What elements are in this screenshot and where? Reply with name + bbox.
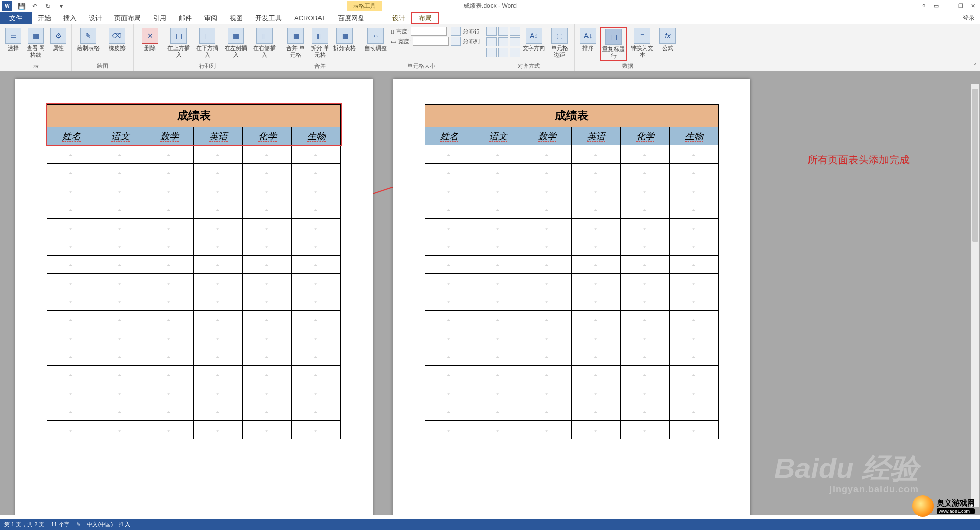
qat-dropdown-icon[interactable]: ▾ (56, 2, 66, 11)
insert-left-button[interactable]: ▥在左侧插入 (223, 27, 249, 59)
watermark: Baidu 经验 jingyan.baidu.com (774, 449, 919, 495)
login-link[interactable]: 登录 (958, 12, 980, 24)
help-icon[interactable]: ? (919, 2, 929, 10)
save-icon[interactable]: 💾 (16, 2, 27, 11)
width-icon: ▭ (391, 38, 396, 45)
tab-table-layout[interactable]: 布局 (411, 12, 439, 24)
status-bar: 第 1 页，共 2 页 11 个字 ✎ 中文(中国) 插入 (0, 519, 980, 530)
insert-right-button[interactable]: ▥在右侧插入 (251, 27, 278, 59)
group-label: 表 (3, 61, 68, 70)
collapse-ribbon-icon[interactable]: ˄ (974, 63, 977, 70)
grades-table-page1[interactable]: 成绩表 姓名 语文 数学 英语 化学 生物 (47, 104, 341, 439)
tab-review[interactable]: 审阅 (198, 12, 224, 24)
page-1: 成绩表 姓名 语文 数学 英语 化学 生物 (15, 79, 373, 515)
close-icon[interactable]: ✕ (968, 2, 978, 10)
restore-icon[interactable]: ❐ (955, 2, 966, 10)
group-table: ▭选择 ▦查看 网格线 ⚙属性 表 (0, 24, 72, 71)
status-words[interactable]: 11 个字 (51, 521, 69, 528)
select-button[interactable]: ▭选择 (3, 27, 23, 59)
group-data: A↓排序 ▤重复标题行 ≡转换为文本 fx公式 数据 (575, 24, 681, 71)
site-name: 奥义游戏网 (937, 498, 975, 507)
tab-references[interactable]: 引用 (147, 12, 173, 24)
width-input[interactable] (413, 37, 449, 46)
vertical-scrollbar[interactable] (971, 84, 979, 507)
table-title: 成绩表 (425, 105, 719, 127)
tab-insert[interactable]: 插入 (57, 12, 83, 24)
spellcheck-icon[interactable]: ✎ (76, 521, 81, 528)
insert-below-button[interactable]: ▤在下方插入 (194, 27, 220, 59)
group-draw: ✎绘制表格 ⌫橡皮擦 绘图 (72, 24, 134, 71)
redo-icon[interactable]: ↻ (43, 2, 53, 11)
ribbon-options-icon[interactable]: ▭ (931, 2, 941, 10)
tab-acrobat[interactable]: ACROBAT (288, 12, 332, 24)
properties-button[interactable]: ⚙属性 (48, 27, 68, 59)
sort-button[interactable]: A↓排序 (578, 27, 598, 61)
document-area: 先选中首页全部表头 所有页面表头添加完成 成绩表 姓名 语文 数学 英语 化学 … (0, 71, 980, 515)
eraser-button[interactable]: ⌫橡皮擦 (104, 27, 130, 53)
tab-pagelayout[interactable]: 页面布局 (108, 12, 147, 24)
group-alignment: A↕文字方向 ▢单元格 边距 对齐方式 (483, 24, 575, 71)
word-app-icon: W (2, 1, 12, 11)
ribbon-tabs: 文件 开始 插入 设计 页面布局 引用 邮件 审阅 视图 开发工具 ACROBA… (0, 12, 980, 24)
height-icon: ▯ (391, 28, 394, 35)
contextual-tab-label: 表格工具 (347, 1, 382, 11)
dist-rows-icon (451, 27, 461, 36)
formula-button[interactable]: fx公式 (657, 27, 678, 61)
page-2: 成绩表 姓名 语文 数学 英语 化学 生物 (393, 79, 750, 515)
tab-mailings[interactable]: 邮件 (173, 12, 198, 24)
grades-table-page2[interactable]: 成绩表 姓名 语文 数学 英语 化学 生物 (425, 104, 719, 439)
tab-table-design[interactable]: 设计 (386, 12, 411, 24)
group-merge: ▦合并 单元格 ▦拆分 单元格 ▦拆分表格 合并 (281, 24, 359, 71)
convert-to-text-button[interactable]: ≡转换为文本 (629, 27, 655, 61)
alignment-grid[interactable] (486, 27, 520, 59)
text-direction-button[interactable]: A↕文字方向 (522, 27, 546, 59)
flame-icon (912, 495, 934, 517)
status-language[interactable]: 中文(中国) (87, 521, 113, 528)
title-bar: W 💾 ↶ ↻ ▾ 成绩表.docx - Word 表格工具 ? ▭ — ❐ ✕ (0, 0, 980, 12)
status-mode[interactable]: 插入 (119, 521, 130, 528)
distribute-rows-button[interactable]: 分布行 (451, 27, 480, 36)
insert-above-button[interactable]: ▤在上方插入 (165, 27, 192, 59)
split-table-button[interactable]: ▦拆分表格 (333, 27, 356, 59)
table-header-row: 姓名 语文 数学 英语 化学 生物 (425, 127, 719, 145)
window-title: 成绩表.docx - Word (463, 2, 517, 10)
quick-access-toolbar: 💾 ↶ ↻ ▾ (16, 2, 66, 11)
tab-baidu[interactable]: 百度网盘 (332, 12, 371, 24)
group-cell-size: ↔自动调整 ▯高度: ▭宽度: 分布行 分布列 单元格大小 (359, 24, 483, 71)
tab-view[interactable]: 视图 (224, 12, 249, 24)
table-header-row: 姓名 语文 数学 英语 化学 生物 (47, 127, 341, 145)
tab-home[interactable]: 开始 (32, 12, 57, 24)
cell-margins-button[interactable]: ▢单元格 边距 (548, 27, 571, 59)
tab-developer[interactable]: 开发工具 (249, 12, 288, 24)
scrollbar-thumb[interactable] (972, 89, 978, 242)
tab-file[interactable]: 文件 (0, 12, 32, 24)
site-url: www.aoe1.com (937, 508, 975, 514)
group-rows-cols: ✕删除 ▤在上方插入 ▤在下方插入 ▥在左侧插入 ▥在右侧插入 行和列 (134, 24, 281, 71)
autofit-button[interactable]: ↔自动调整 (362, 27, 389, 53)
site-logo-corner: 奥义游戏网 www.aoe1.com (912, 495, 975, 517)
view-gridlines-button[interactable]: ▦查看 网格线 (26, 27, 46, 59)
tab-design[interactable]: 设计 (83, 12, 108, 24)
minimize-icon[interactable]: — (943, 2, 953, 10)
table-title: 成绩表 (47, 105, 341, 127)
undo-icon[interactable]: ↶ (30, 2, 40, 11)
height-input[interactable] (411, 27, 447, 36)
delete-button[interactable]: ✕删除 (137, 27, 163, 59)
merge-cells-button[interactable]: ▦合并 单元格 (284, 27, 307, 59)
status-page[interactable]: 第 1 页，共 2 页 (4, 521, 44, 528)
draw-table-button[interactable]: ✎绘制表格 (75, 27, 102, 53)
ribbon: ▭选择 ▦查看 网格线 ⚙属性 表 ✎绘制表格 ⌫橡皮擦 绘图 ✕删除 ▤在上方… (0, 24, 980, 71)
repeat-header-rows-button[interactable]: ▤重复标题行 (600, 27, 627, 61)
distribute-cols-button[interactable]: 分布列 (451, 37, 480, 46)
split-cells-button[interactable]: ▦拆分 单元格 (309, 27, 331, 59)
annotation-right: 所有页面表头添加完成 (807, 153, 910, 167)
dist-cols-icon (451, 37, 461, 46)
